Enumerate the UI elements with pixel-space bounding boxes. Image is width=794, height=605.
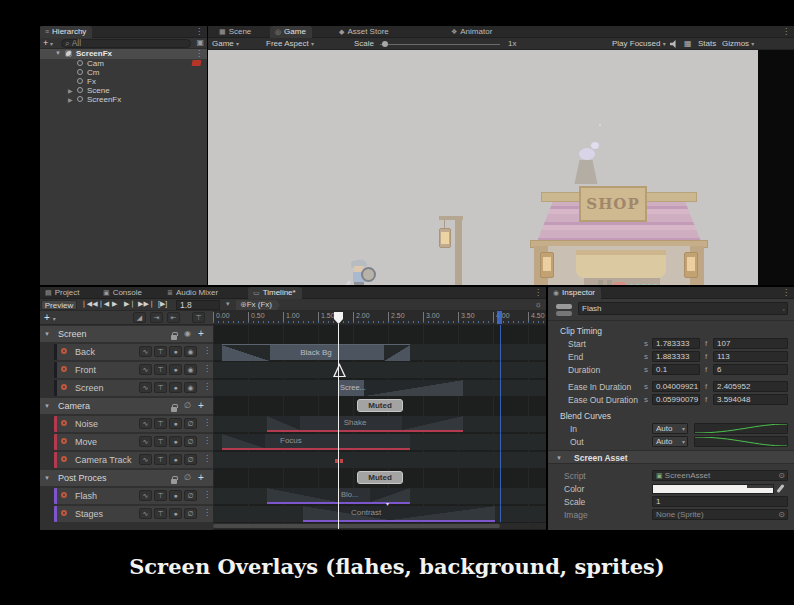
curves-icon[interactable]: ∿ xyxy=(139,382,152,393)
camera-track-key[interactable] xyxy=(340,459,343,463)
eye-muted-icon[interactable]: ∅ xyxy=(184,508,197,519)
aspect-dropdown[interactable]: Free Aspect ▾ xyxy=(266,39,314,48)
eye-muted-icon[interactable]: ∅ xyxy=(184,473,191,482)
play-button[interactable]: ▶ xyxy=(112,300,117,308)
blend-in-curve[interactable] xyxy=(694,423,788,434)
vsync-icon[interactable]: ▦ xyxy=(684,39,692,48)
hierarchy-row-cam[interactable]: Cam xyxy=(40,59,207,68)
clip-screen[interactable]: Scree... xyxy=(338,380,463,396)
object-picker-icon[interactable]: ⊙ xyxy=(778,510,785,519)
pin-icon[interactable]: ⊤ xyxy=(154,418,167,429)
time-ruler[interactable]: 0.00 0.50 1.00 1.50 2.00 2.50 3.00 3.50 … xyxy=(213,311,546,324)
hierarchy-row-screenfx[interactable]: ▼ ScreenFx ⋮ xyxy=(40,49,207,59)
group-screen[interactable]: ▼ Screen ◉ + xyxy=(40,326,213,342)
scrollbar-thumb[interactable] xyxy=(213,524,500,528)
add-icon[interactable]: + xyxy=(198,472,204,483)
lock-icon[interactable] xyxy=(171,407,177,412)
track-back[interactable]: Back ∿ ⊤ ● ◉ ⋮ xyxy=(54,344,213,360)
end-s-field[interactable]: 1.883333 xyxy=(652,351,700,362)
add-object-button[interactable]: + ▾ xyxy=(43,38,53,48)
end-f-field[interactable]: 113 xyxy=(713,351,788,362)
image-field[interactable]: None (Sprite) ⊙ xyxy=(652,509,788,520)
lock-icon[interactable]: ● xyxy=(169,508,182,519)
play-focused-dropdown[interactable]: Play Focused ▾ xyxy=(612,39,666,48)
eye-icon[interactable]: ◉ xyxy=(184,364,197,375)
tab-inspector[interactable]: ◉Inspector xyxy=(548,287,601,299)
track-camera-track[interactable]: Camera Track ∿ ⊤ ● ∅ ⋮ xyxy=(54,452,213,468)
goto-start-button[interactable]: ❘◀◀ xyxy=(81,300,98,308)
pin-icon[interactable]: ⊤ xyxy=(154,436,167,447)
eye-icon[interactable]: ◉ xyxy=(184,382,197,393)
pin-icon[interactable]: ⊤ xyxy=(154,490,167,501)
add-icon[interactable]: + xyxy=(198,400,204,411)
blend-in-dropdown[interactable]: Auto▾ xyxy=(652,423,688,434)
eye-icon[interactable]: ◉ xyxy=(184,329,191,338)
curves-icon[interactable]: ∿ xyxy=(139,346,152,357)
add-icon[interactable]: + xyxy=(198,328,204,339)
clip-name-field[interactable]: Flash ◦ xyxy=(578,302,788,315)
lock-icon[interactable]: ● xyxy=(169,364,182,375)
prev-frame-button[interactable]: ❘◀ xyxy=(98,300,109,308)
preset-icon[interactable]: ◦ xyxy=(783,304,785,315)
foldout-icon[interactable]: ▼ xyxy=(44,331,50,337)
ease-out-f-field[interactable]: 3.594048 xyxy=(713,394,788,405)
pin-icon[interactable]: ⊤ xyxy=(154,382,167,393)
track-stages[interactable]: Stages ∿ ⊤ ● ∅ ⋮ xyxy=(54,506,213,522)
menu-icon[interactable]: ⋮ xyxy=(195,27,203,36)
playhead-line[interactable] xyxy=(338,324,339,529)
track-menu-icon[interactable]: ⋮ xyxy=(203,382,211,391)
scale-field[interactable]: 1 xyxy=(652,496,788,507)
curves-icon[interactable]: ∿ xyxy=(139,454,152,465)
track-menu-icon[interactable]: ⋮ xyxy=(203,454,211,463)
duration-f-field[interactable]: 6 xyxy=(713,364,788,375)
tab-timeline[interactable]: ▭Timeline* xyxy=(248,287,302,299)
lock-icon[interactable]: ● xyxy=(169,346,182,357)
track-flash[interactable]: Flash ∿ ⊤ ● ∅ ⋮ xyxy=(54,488,213,504)
track-screen[interactable]: Screen ∿ ⊤ ● ◉ ⋮ xyxy=(54,380,213,396)
current-time-field[interactable]: 1.8 xyxy=(176,300,220,310)
next-frame-button[interactable]: ▶❘ xyxy=(124,300,135,308)
hierarchy-search-input[interactable]: ⌕ All xyxy=(61,39,191,48)
track-menu-icon[interactable]: ⋮ xyxy=(203,436,211,445)
ease-in-f-field[interactable]: 2.405952 xyxy=(713,381,788,392)
hierarchy-row-scene[interactable]: ▶ Scene xyxy=(40,86,207,95)
lock-icon[interactable]: ● xyxy=(169,454,182,465)
foldout-icon[interactable]: ▼ xyxy=(44,403,50,409)
blend-out-dropdown[interactable]: Auto▾ xyxy=(652,436,688,447)
marker-toggle-icon[interactable]: ⊤ xyxy=(192,312,205,323)
preview-toggle[interactable]: Preview xyxy=(41,300,77,310)
track-front[interactable]: Front ∿ ⊤ ● ◉ ⋮ xyxy=(54,362,213,378)
ease-out-s-field[interactable]: 0.05990079 xyxy=(652,394,700,405)
stats-button[interactable]: Stats xyxy=(698,39,716,48)
curves-icon[interactable]: ∿ xyxy=(139,436,152,447)
row-menu-icon[interactable]: ⋮ xyxy=(195,49,203,58)
blend-out-curve[interactable] xyxy=(694,436,788,447)
script-field[interactable]: ▣ ScreenAsset ⊙ xyxy=(652,470,788,481)
track-menu-icon[interactable]: ⋮ xyxy=(203,346,211,355)
lock-icon[interactable]: ● xyxy=(169,418,182,429)
timeline-binding[interactable]: ⊕Fx (Fx) xyxy=(236,300,280,310)
clip-contrast[interactable]: Contrast ▾ xyxy=(303,506,495,522)
group-post-process[interactable]: ▼ Post Proces ∅ + xyxy=(40,470,213,486)
eye-muted-icon[interactable]: ∅ xyxy=(184,454,197,465)
hierarchy-row-cm[interactable]: Cm xyxy=(40,68,207,77)
eye-muted-icon[interactable]: ∅ xyxy=(184,436,197,447)
track-menu-icon[interactable]: ⋮ xyxy=(203,418,211,427)
pin-icon[interactable]: ⊤ xyxy=(154,346,167,357)
object-picker-icon[interactable]: ⊙ xyxy=(778,471,785,480)
lock-icon[interactable] xyxy=(171,335,177,340)
replace-mode-icon[interactable]: ⇤ xyxy=(167,312,180,323)
tab-asset-store[interactable]: ◆Asset Store xyxy=(334,26,395,38)
pin-icon[interactable]: ⊤ xyxy=(154,364,167,375)
clip-black-bg[interactable]: Black Bg xyxy=(222,344,410,360)
display-dropdown[interactable]: Game ▾ xyxy=(212,39,239,48)
play-range-toggle[interactable]: [▶] xyxy=(158,300,167,308)
track-menu-icon[interactable]: ⋮ xyxy=(203,490,211,499)
curves-icon[interactable]: ∿ xyxy=(139,490,152,501)
curves-icon[interactable]: ∿ xyxy=(139,364,152,375)
color-swatch[interactable] xyxy=(652,484,774,494)
settings-gear-icon[interactable]: ☼ xyxy=(535,300,542,309)
tab-project[interactable]: ▤Project xyxy=(40,287,86,299)
scale-slider[interactable] xyxy=(380,44,500,45)
track-noise[interactable]: Noise ∿ ⊤ ● ∅ ⋮ xyxy=(54,416,213,432)
